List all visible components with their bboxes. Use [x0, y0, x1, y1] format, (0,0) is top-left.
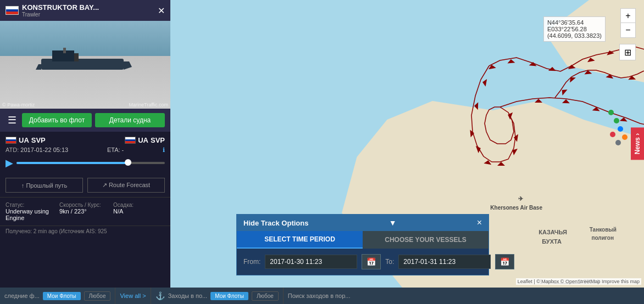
panel-close-button[interactable]: ✕: [158, 5, 165, 16]
dest-flag-group: UA SVP: [125, 136, 165, 144]
svg-marker-18: [535, 99, 542, 103]
track-options-chevron: ▼: [389, 218, 397, 227]
svg-marker-24: [568, 75, 576, 82]
vessel-dot-orange: [622, 134, 628, 140]
from-label: From:: [243, 258, 260, 266]
origin-port: SVP: [31, 136, 46, 144]
track-options-close-button[interactable]: ×: [477, 218, 482, 228]
speed-slider-row: ▶: [5, 157, 165, 169]
track-body: From: 📅 To: 📅: [237, 249, 488, 275]
vessel-header: KONSTRUKTOR BAY... Trawler ✕: [0, 0, 170, 21]
svg-marker-34: [36, 64, 41, 70]
svg-marker-9: [482, 78, 487, 87]
vessel-details-button[interactable]: Детали судна: [95, 113, 165, 127]
dest-port: SVP: [151, 136, 165, 144]
map-layers-button[interactable]: ⊞: [619, 44, 636, 60]
vessel-header-left: KONSTRUKTOR BAY... Trawler: [5, 3, 99, 18]
svg-marker-14: [497, 162, 505, 166]
bottom-section-viewall: View all >: [115, 288, 151, 304]
svg-marker-20: [592, 106, 601, 111]
status-item-draft: Осадка: N/A: [113, 202, 165, 221]
bottom-section-1: следние ф... Мои Флоты Любое: [0, 288, 115, 304]
hamburger-button[interactable]: ☰: [5, 112, 19, 128]
bottom-luboe2-btn[interactable]: Любое: [252, 291, 279, 301]
status-item-speed: Скорость / Курс: 9kn / 223°: [59, 202, 111, 221]
svg-marker-10: [474, 102, 478, 110]
news-tab[interactable]: News ›: [631, 128, 644, 160]
svg-marker-27: [628, 76, 636, 80]
slider-thumb: [125, 159, 131, 166]
action-buttons: ☰ Добавить во флот Детали судна: [0, 109, 170, 132]
from-date-input[interactable]: [265, 255, 357, 269]
status-item-status: Статус: Underway using Engine: [5, 202, 57, 221]
tab-choose-vessels[interactable]: CHOOSE YOUR VESSELS: [363, 231, 488, 249]
tankoviy-label: Танковый: [590, 227, 617, 233]
received-text: Получено: 2 min ago (Источник AIS: 925: [5, 228, 107, 234]
flags-row: UA SVP UA SVP: [5, 136, 165, 144]
poligon-label: полигон: [591, 235, 614, 241]
slider-track[interactable]: [16, 162, 165, 164]
status-value: Underway using Engine: [5, 208, 49, 221]
zoom-controls: + −: [620, 8, 636, 38]
svg-marker-23: [559, 87, 567, 95]
khersones-label: Khersones Air Base: [490, 205, 542, 211]
origin-flag: [5, 137, 16, 144]
bottom-luboe-btn[interactable]: Любое: [84, 291, 111, 301]
origin-code: UA: [19, 136, 29, 144]
atd-value: 2017-01-22 05:13: [20, 147, 68, 153]
track-tabs: SELECT TIME PERIOD CHOOSE YOUR VESSELS: [237, 231, 488, 249]
vessel-dot-green: [608, 110, 614, 115]
bottom-ports-label: Заходы в по...: [168, 292, 208, 299]
speed-value: 9kn / 223°: [59, 208, 87, 215]
svg-marker-35: [124, 61, 132, 70]
zoom-out-button[interactable]: −: [621, 23, 635, 37]
to-calendar-button[interactable]: 📅: [495, 254, 514, 269]
vessel-name: KONSTRUKTOR BAY...: [22, 3, 99, 12]
received-section: Получено: 2 min ago (Источник AIS: 925: [0, 226, 170, 237]
origin-flag-group: UA SVP: [5, 136, 46, 144]
eta-value: ETA: -: [107, 147, 124, 154]
track-options-header: Hide Track Options ▼ ×: [237, 215, 488, 231]
status-section: Статус: Underway using Engine Скорость /…: [0, 197, 170, 226]
anchor-icon: ⚓: [156, 291, 165, 300]
add-fleet-button[interactable]: Добавить во флот: [22, 113, 92, 127]
tab-time-period[interactable]: SELECT TIME PERIOD: [237, 231, 363, 249]
status-label: Статус:: [5, 202, 57, 208]
svg-marker-4: [568, 64, 576, 69]
past-route-button[interactable]: ↑ Прошлый путь: [5, 178, 83, 193]
vessel-dot-blue: [618, 126, 623, 132]
to-label: To:: [385, 258, 394, 266]
bottom-recent-label: следние ф...: [4, 292, 40, 299]
play-icon: ▶: [5, 157, 13, 169]
vessel-dot-gray: [615, 140, 621, 145]
slider-fill: [16, 162, 128, 164]
bottom-search-label: Поиск заходов в пор...: [288, 292, 351, 299]
from-calendar-button[interactable]: 📅: [362, 254, 381, 269]
ship-silhouette: [36, 45, 135, 78]
svg-rect-37: [74, 53, 79, 61]
date-range-row: From: 📅 To: 📅: [243, 254, 482, 269]
vessel-flag: [5, 6, 19, 15]
draft-value: N/A: [113, 208, 123, 215]
bottom-bar: следние ф... Мои Флоты Любое View all > …: [0, 288, 644, 304]
dest-code: UA: [138, 136, 148, 144]
bukhta-label: БУХТА: [542, 238, 562, 245]
vessel-dot-green2: [614, 118, 619, 123]
route-forecast-button[interactable]: ↗ Route Forecast: [87, 178, 165, 193]
atd-label: ATD:: [5, 147, 19, 153]
bottom-my-fleets-btn[interactable]: Мои Флоты: [43, 292, 81, 300]
zoom-in-button[interactable]: +: [621, 9, 635, 23]
to-date-input[interactable]: [398, 255, 491, 269]
vessel-dot-red: [610, 132, 615, 137]
bottom-section-3: Поиск заходов в пор...: [284, 288, 644, 304]
atd-row: ATD: 2017-01-22 05:13 ETA: - ℹ: [5, 147, 165, 154]
image-credit: © Pawa-mortiz: [2, 102, 35, 108]
view-all-link[interactable]: View all >: [120, 292, 146, 299]
kazachya-label: КАЗАЧЬЯ: [538, 229, 567, 235]
image-source: MarineTraffic.com: [129, 102, 168, 108]
vessel-image: © Pawa-mortiz MarineTraffic.com: [0, 21, 170, 109]
track-options-dialog: Hide Track Options ▼ × SELECT TIME PERIO…: [236, 214, 489, 275]
bottom-section-2: ⚓ Заходы в по... Мои Флоты Любое: [151, 288, 284, 304]
draft-label: Осадка:: [113, 202, 165, 208]
bottom-my-fleets2-btn[interactable]: Мои Флоты: [210, 292, 248, 300]
